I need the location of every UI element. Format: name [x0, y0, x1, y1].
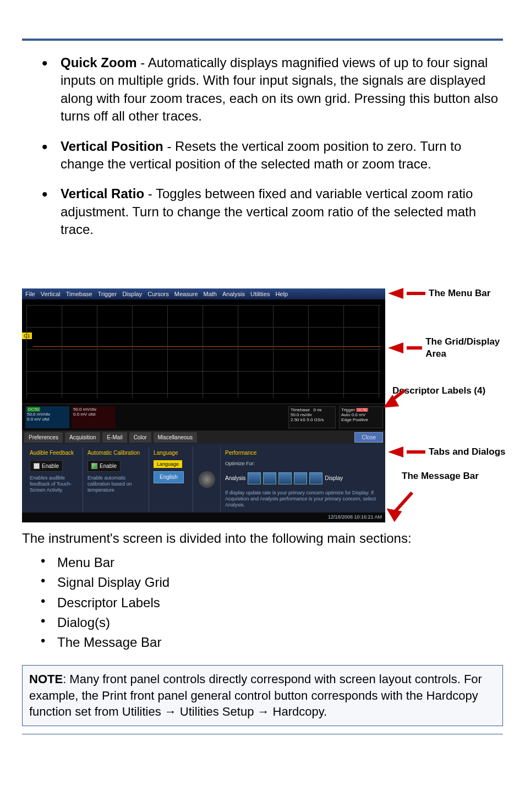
checkbox-icon	[91, 463, 97, 469]
bullet-vertical-position: Vertical Position - Resets the vertical …	[61, 138, 503, 173]
audible-enable-checkbox[interactable]: Enable	[30, 460, 63, 472]
menu-cursors[interactable]: Cursors	[147, 290, 169, 298]
channel1-marker: C1	[22, 333, 32, 339]
col-hdr-audible: Audible Feedback	[30, 449, 78, 457]
checkbox-icon	[34, 463, 40, 469]
annotation-grid-area: The Grid/Display Area	[388, 336, 506, 361]
bullet-vertical-ratio: Vertical Ratio - Toggles between fixed a…	[61, 185, 503, 238]
annotation-message-bar: The Message Bar	[402, 470, 479, 483]
offset-knob[interactable]	[199, 471, 215, 488]
list-item: Menu Bar	[57, 554, 503, 571]
dialog-close-button[interactable]: Close	[354, 432, 383, 443]
menu-vertical[interactable]: Vertical	[41, 290, 61, 298]
menu-file[interactable]: File	[25, 290, 35, 298]
list-item: The Message Bar	[57, 634, 503, 651]
sections-intro: The instrument's screen is divided into …	[22, 530, 503, 547]
note-text: : Many front panel controls directly cor…	[29, 672, 482, 718]
arrow-left-icon	[388, 288, 403, 299]
perf-btn-3[interactable]	[278, 472, 292, 484]
note-callout: NOTE: Many front panel controls directly…	[22, 665, 503, 726]
feature-bullets: Quick Zoom - Automatically displays magn…	[22, 54, 503, 239]
autocal-enable-checkbox[interactable]: Enable	[88, 460, 121, 472]
arrow-left-icon	[388, 342, 403, 353]
tab-preferences[interactable]: Preferences	[24, 432, 63, 443]
oscilloscope-screenshot: File Vertical Timebase Trigger Display C…	[22, 288, 385, 522]
annotation-tabs-dialogs: Tabs and Dialogs	[388, 446, 506, 459]
trace-baseline	[33, 346, 381, 347]
language-select-button[interactable]: English	[154, 471, 184, 483]
list-item: Dialog(s)	[57, 614, 503, 631]
menu-math[interactable]: Math	[204, 290, 217, 298]
col-hdr-performance: Performance	[225, 449, 378, 457]
message-bar: 12/18/2008 10:16:21 AM	[22, 513, 385, 522]
col-hdr-autocal: Automatic Calibration	[88, 449, 144, 457]
menu-trigger[interactable]: Trigger	[98, 290, 117, 298]
perf-btn-1[interactable]	[248, 472, 261, 484]
list-item: Descriptor Labels	[57, 594, 503, 612]
menu-help[interactable]: Help	[275, 290, 288, 298]
bullet-quick-zoom: Quick Zoom - Automatically displays magn…	[61, 54, 503, 126]
term: Quick Zoom	[61, 55, 137, 70]
col-hdr-language: Language	[154, 449, 188, 457]
menu-measure[interactable]: Measure	[174, 290, 198, 298]
perf-btn-5[interactable]	[309, 472, 322, 484]
menu-display[interactable]: Display	[122, 290, 142, 298]
dialog-tabs: Preferences Acquisition E-Mail Color Mis…	[22, 430, 385, 444]
preferences-dialog: Audible Feedback Enable Enables audible …	[22, 444, 385, 515]
menu-analysis[interactable]: Analysis	[222, 290, 245, 298]
tab-email[interactable]: E-Mail	[102, 432, 127, 443]
tab-acquisition[interactable]: Acquisition	[65, 432, 100, 443]
term: Vertical Ratio	[61, 186, 144, 201]
descriptor-ch2[interactable]: 50.0 mV/div 0.0 mV ofst	[72, 406, 116, 428]
descriptor-trigger[interactable]: Trigger DC50 Auto 0.0 mV Edge Positive	[339, 406, 383, 428]
list-item: Signal Display Grid	[57, 574, 503, 591]
annotation-menu-bar: The Menu Bar	[388, 287, 490, 300]
signal-display-grid: C1	[22, 299, 385, 404]
arrow-left-icon	[388, 446, 403, 457]
perf-btn-4[interactable]	[294, 472, 307, 484]
top-divider	[22, 39, 503, 41]
note-label: NOTE	[29, 672, 63, 686]
descriptor-timebase[interactable]: Timebase 0 ns 50.0 ns/div 2.50 kS 5.0 GS…	[288, 406, 336, 428]
menu-timebase[interactable]: Timebase	[66, 290, 92, 298]
descriptor-ch1[interactable]: DC50 50.0 mV/div 0.0 mV ofst	[25, 406, 69, 428]
sections-list: Menu Bar Signal Display Grid Descriptor …	[22, 554, 503, 652]
menu-utilities[interactable]: Utilities	[250, 290, 270, 298]
tab-color[interactable]: Color	[129, 432, 151, 443]
term: Vertical Position	[61, 139, 163, 154]
scope-menu-bar: File Vertical Timebase Trigger Display C…	[22, 288, 385, 300]
tab-misc[interactable]: Miscellaneous	[154, 432, 197, 443]
descriptor-labels-row: DC50 50.0 mV/div 0.0 mV ofst 50.0 mV/div…	[22, 404, 385, 430]
datetime: 12/18/2008 10:16:21 AM	[328, 514, 382, 521]
perf-btn-2[interactable]	[263, 472, 276, 484]
bottom-divider	[22, 734, 503, 734]
screen-layout-figure: File Vertical Timebase Trigger Display C…	[22, 288, 506, 525]
